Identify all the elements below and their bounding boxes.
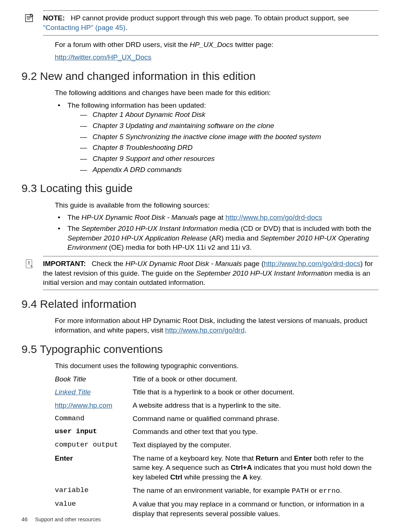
s93-intro: This guide is available from the followi… [55,201,379,210]
contacting-hp-link[interactable]: "Contacting HP" (page 45) [43,24,126,31]
heading-9-4: 9.4 Related information [21,297,379,312]
conv-row-user-input: user input Commands and other text that … [55,427,379,437]
s92-dash-2: Chapter 5 Synchronizing the inactive clo… [80,132,379,142]
s95-intro: This document uses the following typogra… [55,361,379,371]
term-enter: Enter [55,454,133,482]
important-callout: ! IMPORTANT: Check the HP-UX Dynamic Roo… [43,256,379,290]
def-variable: The name of an environment variable, for… [133,486,379,496]
go-drd-link[interactable]: http://www.hp.com/go/drd [165,326,244,334]
conv-row-linked-title: Linked Title Title that is a hyperlink t… [55,387,379,397]
forum-line1: For a forum with other DRD users, visit … [55,40,379,50]
conv-row-url: http://www.hp.com A website address that… [55,401,379,410]
def-user-input: Commands and other text that you type. [133,427,379,437]
note-callout: NOTE: HP cannot provide product support … [43,10,379,36]
term-linked-title[interactable]: Linked Title [55,388,91,396]
def-url: A website address that is a hyperlink to… [133,401,379,410]
def-computer-output: Text displayed by the computer. [133,440,379,450]
term-command: Command [55,414,133,424]
def-linked-title: Title that is a hyperlink to a book or o… [133,387,379,397]
forum-link-line: http://twitter.com/HP_UX_Docs [55,53,379,62]
s93-bullet-1: The HP-UX Dynamic Root Disk - Manuals pa… [55,213,379,222]
note-body-prefix: HP cannot provide product support throug… [71,14,349,22]
conv-row-computer-output: computer output Text displayed by the co… [55,440,379,450]
page-footer: 46 Support and other resources [21,516,101,523]
s92-bullet-list: The following information has been updat… [55,101,379,174]
def-command: Command name or qualified command phrase… [133,414,379,424]
term-url[interactable]: http://www.hp.com [55,401,112,409]
heading-9-3: 9.3 Locating this guide [21,181,379,196]
s92-dash-list: Chapter 1 About Dynamic Root Disk Chapte… [80,110,379,174]
note-icon [24,13,35,25]
drd-docs-link-2[interactable]: http://www.hp.com/go/drd-docs [264,260,360,267]
heading-9-5: 9.5 Typographic conventions [21,342,379,357]
term-book-title: Book Title [55,374,133,384]
conv-row-value: value A value that you may replace in a … [55,499,379,518]
term-variable: variable [55,486,133,496]
s92-dash-0: Chapter 1 About Dynamic Root Disk [80,110,379,119]
svg-rect-0 [26,14,33,21]
note-body-suffix: . [126,24,127,31]
footer-title: Support and other resources [35,516,101,522]
s92-dash-5: Appendix A DRD commands [80,165,379,175]
def-value: A value that you may replace in a comman… [133,499,379,518]
s92-dash-3: Chapter 8 Troubleshooting DRD [80,143,379,152]
term-computer-output: computer output [55,440,133,450]
term-user-input: user input [55,427,133,437]
twitter-link[interactable]: http://twitter.com/HP_UX_Docs [55,53,151,61]
conv-row-command: Command Command name or qualified comman… [55,414,379,424]
s93-bullet-2: The September 2010 HP-UX Instant Informa… [55,224,379,252]
svg-text:!: ! [28,260,30,266]
drd-docs-link-1[interactable]: http://www.hp.com/go/drd-docs [226,213,322,221]
important-icon: ! [24,259,35,270]
page-number: 46 [21,516,28,522]
conv-row-book-title: Book Title Title of a book or other docu… [55,374,379,384]
s92-dash-1: Chapter 3 Updating and maintaining softw… [80,121,379,131]
heading-9-2: 9.2 New and changed information in this … [21,69,379,84]
important-text: IMPORTANT: Check the HP-UX Dynamic Root … [43,260,373,286]
conv-row-variable: variable The name of an environment vari… [55,486,379,496]
s92-intro: The following additions and changes have… [55,88,379,98]
def-enter: The name of a keyboard key. Note that Re… [133,454,379,482]
s93-bullet-list: The HP-UX Dynamic Root Disk - Manuals pa… [55,213,379,252]
s92-dash-4: Chapter 9 Support and other resources [80,154,379,164]
important-label: IMPORTANT: [43,260,86,267]
s94-body: For more information about HP Dynamic Ro… [55,316,379,335]
note-label: NOTE: [43,14,65,22]
s92-bullet-1: The following information has been updat… [55,101,379,174]
conv-row-enter: Enter The name of a keyboard key. Note t… [55,454,379,482]
def-book-title: Title of a book or other document. [133,374,379,384]
note-text: NOTE: HP cannot provide product support … [43,14,349,31]
